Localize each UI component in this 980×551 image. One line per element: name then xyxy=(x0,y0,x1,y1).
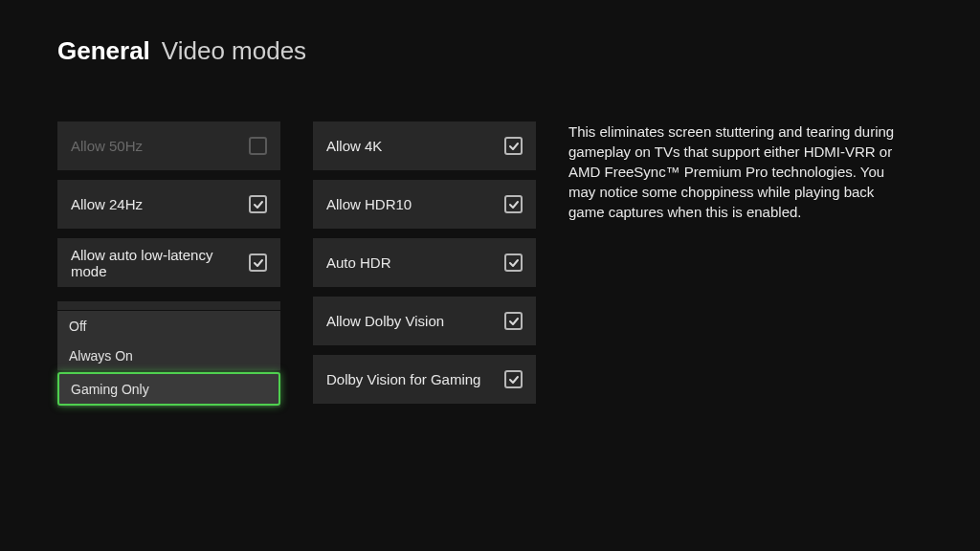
option-allow-4k[interactable]: Allow 4K xyxy=(313,121,536,170)
right-column: Allow 4K Allow HDR10 Auto HDR Allow Dolb… xyxy=(313,121,536,404)
options-columns: Allow 50Hz Allow 24Hz Allow auto low-lat… xyxy=(57,121,536,404)
dropdown-peek xyxy=(57,301,280,311)
option-label: Allow 4K xyxy=(326,138,382,154)
option-allow-hdr10[interactable]: Allow HDR10 xyxy=(313,180,536,229)
option-auto-low-latency[interactable]: Allow auto low-latency mode xyxy=(57,238,280,287)
dropdown-item-off[interactable]: Off xyxy=(57,311,280,341)
option-allow-50hz[interactable]: Allow 50Hz xyxy=(57,121,280,170)
checkbox-icon xyxy=(249,137,267,155)
option-auto-hdr[interactable]: Auto HDR xyxy=(313,238,536,287)
checkbox-icon xyxy=(504,312,523,330)
option-label: Allow 50Hz xyxy=(71,138,143,154)
option-allow-24hz[interactable]: Allow 24Hz xyxy=(57,180,280,229)
option-label: Dolby Vision for Gaming xyxy=(326,371,480,387)
page-header: General Video modes xyxy=(0,0,980,66)
option-allow-dolby-vision[interactable]: Allow Dolby Vision xyxy=(313,297,536,345)
checkbox-icon xyxy=(249,253,267,272)
option-label: Allow HDR10 xyxy=(326,196,412,212)
content-area: Allow 50Hz Allow 24Hz Allow auto low-lat… xyxy=(0,66,980,404)
checkbox-icon xyxy=(249,195,267,213)
vrr-dropdown-panel: Off Always On Gaming Only xyxy=(57,301,280,408)
description-text: This eliminates screen stuttering and te… xyxy=(568,121,923,404)
checkbox-icon xyxy=(504,253,523,272)
checkbox-icon xyxy=(504,137,523,155)
option-dolby-vision-gaming[interactable]: Dolby Vision for Gaming xyxy=(313,355,536,404)
checkbox-icon xyxy=(504,195,523,213)
dropdown-item-gaming-only[interactable]: Gaming Only xyxy=(57,372,280,406)
dropdown-item-always-on[interactable]: Always On xyxy=(57,341,280,370)
option-label: Allow auto low-latency mode xyxy=(71,247,249,279)
checkbox-icon xyxy=(504,370,523,388)
option-label: Allow Dolby Vision xyxy=(326,313,444,329)
header-title: Video modes xyxy=(162,36,306,66)
option-label: Allow 24Hz xyxy=(71,196,143,212)
option-label: Auto HDR xyxy=(326,254,391,271)
left-column: Allow 50Hz Allow 24Hz Allow auto low-lat… xyxy=(57,121,280,404)
header-category: General xyxy=(57,36,150,66)
